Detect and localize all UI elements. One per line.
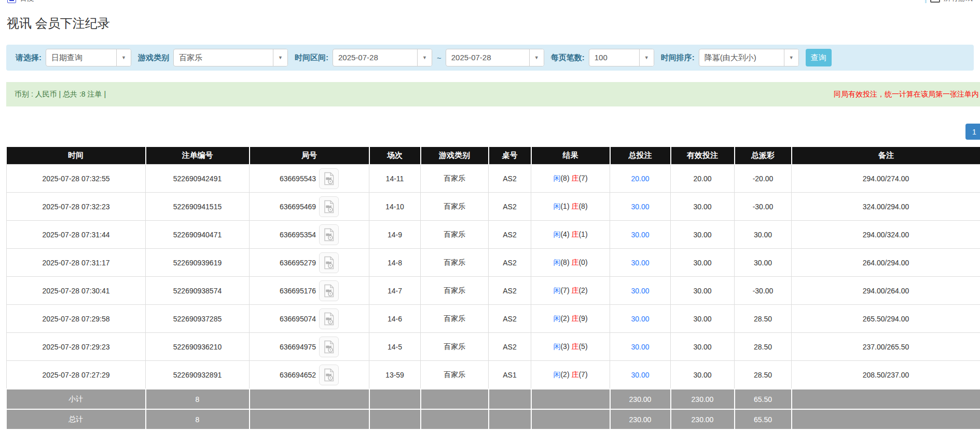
summary-row: 总计8230.00230.0065.50 — [7, 409, 980, 429]
cell-valid-bet: 30.00 — [671, 193, 735, 221]
table-row: 2025-07-28 07:30:41522690938574636695176… — [7, 277, 980, 305]
video-file-icon — [323, 368, 335, 382]
summary-empty-cell — [250, 409, 369, 429]
table-header-cell: 结果 — [531, 147, 610, 165]
summary-count: 8 — [146, 409, 250, 429]
cell-total-bet[interactable]: 30.00 — [610, 221, 671, 249]
video-replay-button[interactable] — [319, 365, 339, 385]
total-bet-link[interactable]: 30.00 — [631, 315, 649, 323]
chevron-down-icon[interactable]: ▼ — [116, 49, 131, 66]
chevron-down-icon[interactable]: ▼ — [417, 49, 432, 66]
cell-time: 2025-07-28 07:31:44 — [7, 221, 146, 249]
page-size-select[interactable]: 100 ▼ — [589, 49, 654, 66]
total-bet-link[interactable]: 30.00 — [631, 343, 649, 351]
banker-label: 庄 — [571, 342, 578, 351]
video-replay-button[interactable] — [319, 168, 339, 189]
video-replay-button[interactable] — [319, 337, 339, 357]
cell-payout: -20.00 — [735, 165, 792, 193]
player-label: 闲 — [553, 342, 560, 351]
cell-remark: 294.00/264.00 — [792, 277, 980, 305]
cell-game-type: 百家乐 — [421, 361, 489, 389]
cell-valid-bet: 30.00 — [671, 277, 735, 305]
round-number: 636695543 — [280, 174, 316, 183]
video-replay-button[interactable] — [319, 308, 339, 329]
chevron-down-icon[interactable]: ▼ — [639, 49, 654, 66]
summary-empty-cell — [421, 389, 489, 409]
time-range-label: 时间区间: — [295, 53, 328, 63]
top-toolbar: 百度 ▼ 所有游戏 — [0, 0, 980, 5]
chevron-down-icon: ▼ — [38, 0, 43, 1]
player-label: 闲 — [553, 258, 560, 266]
video-file-icon — [323, 172, 335, 185]
page-title: 视讯 会员下注纪录 — [7, 15, 980, 32]
cell-total-bet[interactable]: 30.00 — [610, 277, 671, 305]
cell-bet-id: 522690932891 — [146, 361, 250, 389]
cell-time: 2025-07-28 07:32:55 — [7, 165, 146, 193]
cell-total-bet[interactable]: 30.00 — [610, 361, 671, 389]
summary-valid-bet: 230.00 — [671, 409, 735, 429]
date-from-select[interactable]: 2025-07-28 ▼ — [333, 49, 432, 66]
game-type-select[interactable]: 百家乐 ▼ — [173, 49, 288, 66]
toolbar-divider — [925, 0, 927, 3]
cell-result: 闲(2) 庄(7) — [531, 361, 610, 389]
cell-total-bet[interactable]: 30.00 — [610, 193, 671, 221]
chevron-down-icon[interactable]: ▼ — [784, 49, 798, 66]
search-button[interactable]: 查询 — [806, 49, 832, 66]
cell-table-code: AS2 — [489, 165, 531, 193]
cell-time: 2025-07-28 07:32:23 — [7, 193, 146, 221]
chevron-down-icon[interactable]: ▼ — [273, 49, 287, 66]
cell-total-bet[interactable]: 30.00 — [610, 305, 671, 333]
total-bet-link[interactable]: 30.00 — [631, 203, 649, 211]
total-bet-link[interactable]: 30.00 — [631, 287, 649, 295]
summary-total-bet: 230.00 — [610, 389, 671, 409]
cell-result: 闲(2) 庄(9) — [531, 305, 610, 333]
cell-bet-id: 522690940471 — [146, 221, 250, 249]
sort-order-select[interactable]: 降冪(由大到小) ▼ — [699, 49, 799, 66]
video-replay-button[interactable] — [319, 224, 339, 245]
cell-round-id: 636695279 — [250, 249, 369, 277]
cell-round-id: 636695074 — [250, 305, 369, 333]
summary-row: 小计8230.00230.0065.50 — [7, 389, 980, 409]
cell-result: 闲(7) 庄(2) — [531, 277, 610, 305]
range-tilde: ~ — [437, 53, 441, 62]
banker-label: 庄 — [571, 314, 578, 322]
cell-total-bet[interactable]: 30.00 — [610, 333, 671, 361]
cell-remark: 294.00/274.00 — [792, 165, 980, 193]
video-file-icon — [323, 256, 335, 270]
cell-total-bet[interactable]: 30.00 — [610, 249, 671, 277]
cell-session: 14-5 — [369, 333, 421, 361]
total-bet-link[interactable]: 30.00 — [631, 259, 649, 267]
total-bet-link[interactable]: 30.00 — [631, 231, 649, 239]
total-bet-link[interactable]: 30.00 — [631, 371, 649, 379]
summary-empty-cell — [421, 409, 489, 429]
chevron-down-icon[interactable]: ▼ — [529, 49, 544, 66]
cell-round-id: 636695469 — [250, 193, 369, 221]
video-file-icon — [323, 228, 335, 241]
app-menu-label: 百度 — [20, 0, 34, 3]
cell-session: 14-7 — [369, 277, 421, 305]
date-to-select[interactable]: 2025-07-28 ▼ — [446, 49, 544, 66]
page-1-button[interactable]: 1 — [965, 124, 980, 140]
cell-result: 闲(3) 庄(5) — [531, 333, 610, 361]
video-replay-button[interactable] — [319, 196, 339, 217]
query-type-select[interactable]: 日期查询 ▼ — [46, 49, 131, 66]
cell-bet-id: 522690936210 — [146, 333, 250, 361]
video-file-icon — [323, 312, 335, 326]
all-games-menu[interactable]: 所有游戏 — [925, 0, 973, 3]
video-replay-button[interactable] — [319, 280, 339, 301]
summary-empty-cell — [531, 389, 610, 409]
table-header-cell: 注单编号 — [146, 147, 250, 165]
cell-valid-bet: 30.00 — [671, 221, 735, 249]
cell-round-id: 636694975 — [250, 333, 369, 361]
video-replay-button[interactable] — [319, 252, 339, 273]
cell-session: 13-59 — [369, 361, 421, 389]
app-menu[interactable]: 百度 ▼ — [7, 0, 43, 3]
table-body: 2025-07-28 07:32:55522690942491636695543… — [7, 165, 980, 430]
summary-empty-cell — [489, 389, 531, 409]
summary-empty-cell — [792, 389, 980, 409]
bet-records-table: 时间注单编号局号场次游戏类别桌号结果总投注有效投注总派彩备注 2025-07-2… — [6, 147, 980, 430]
cell-remark: 264.00/294.00 — [792, 249, 980, 277]
cell-total-bet[interactable]: 20.00 — [610, 165, 671, 193]
table-header-cell: 备注 — [792, 147, 980, 165]
total-bet-link[interactable]: 20.00 — [631, 174, 649, 183]
